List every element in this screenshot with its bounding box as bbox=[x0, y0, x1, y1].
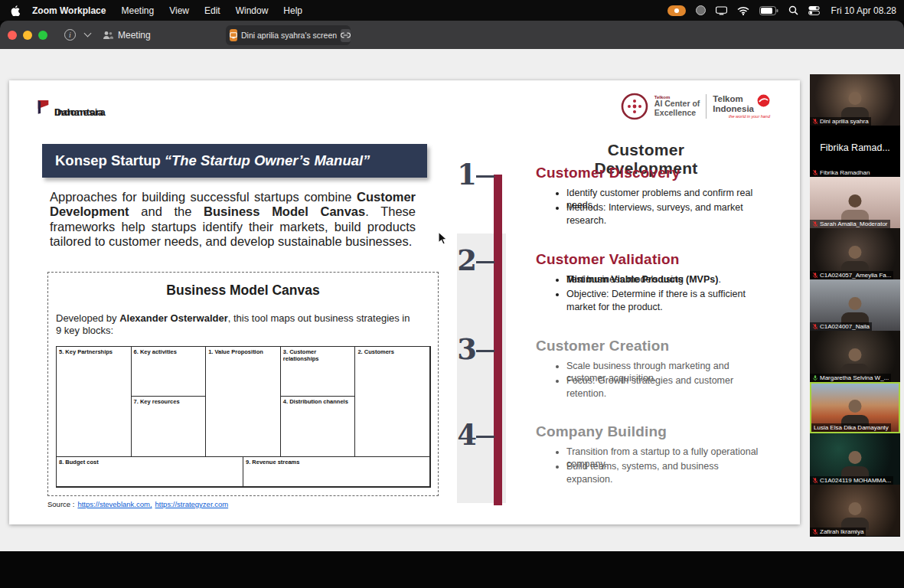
bmc-cell-distribution-channels: 4. Distribution channels bbox=[281, 397, 356, 457]
search-icon[interactable] bbox=[788, 5, 798, 15]
participant-video-fibrika[interactable]: Fibrika Ramad... Fibrika Ramadhan bbox=[810, 126, 900, 177]
chevron-down-icon[interactable] bbox=[84, 30, 92, 38]
danantara-logo: Danantara Indonesia bbox=[37, 99, 54, 115]
source-line: Source : https://steveblank.com, https:/… bbox=[47, 500, 228, 508]
timeline-bar bbox=[494, 175, 502, 505]
telkom-indonesia-logo: Telkom Indonesia the world in your hand bbox=[713, 94, 770, 118]
step-bullet: Focus: Growth strategies and customer re… bbox=[566, 374, 754, 387]
participant-video-mohamma[interactable]: C1A024119 MOHAMMA... bbox=[810, 433, 900, 485]
source-link-strategyzer[interactable]: https://strategyzer.com bbox=[155, 500, 229, 508]
control-center-icon[interactable] bbox=[808, 5, 820, 15]
apple-menu-icon[interactable] bbox=[11, 5, 20, 16]
app-menu-zoom-workplace[interactable]: Zoom Workplace bbox=[32, 5, 106, 16]
banner-title: Konsep Startup bbox=[55, 152, 161, 169]
participant-name: C1A024007_Naila bbox=[820, 322, 870, 331]
step-heading: Customer Creation bbox=[536, 338, 767, 354]
step-customer-creation: Customer Creation Scale business through… bbox=[536, 338, 767, 390]
battery-icon[interactable] bbox=[759, 6, 778, 15]
close-window-button[interactable] bbox=[8, 31, 17, 40]
partner-logos: Telkom AI Center of Excellence Telkom In… bbox=[621, 93, 770, 120]
menu-view[interactable]: View bbox=[169, 5, 189, 16]
macos-menubar: Zoom Workplace Meeting View Edit Window … bbox=[0, 0, 904, 21]
participant-silhouette bbox=[840, 502, 870, 530]
ai-coe-emblem-icon bbox=[621, 93, 648, 120]
telkom-name: Telkom bbox=[713, 94, 754, 103]
intro-paragraph: Approaches for building successful start… bbox=[50, 190, 416, 250]
participant-name: Dini aprilia syahra bbox=[820, 117, 869, 126]
step-number-3: 3 bbox=[452, 335, 482, 364]
zoom-titlebar: i Meeting Dini aprilia syahra's screen bbox=[0, 21, 904, 49]
muted-mic-icon bbox=[812, 323, 818, 330]
participant-silhouette bbox=[840, 297, 870, 325]
muted-mic-icon bbox=[812, 272, 818, 279]
mouse-cursor bbox=[438, 231, 448, 246]
participant-silhouette bbox=[840, 246, 870, 273]
fullscreen-window-button[interactable] bbox=[38, 31, 47, 40]
participant-video-dini[interactable]: Dini aprilia syahra bbox=[810, 74, 900, 126]
step-number-2: 2 bbox=[452, 247, 482, 275]
step-bullet: Methods: Interviews, surveys, and market… bbox=[566, 201, 754, 214]
participant-video-naila[interactable]: C1A024007_Naila bbox=[810, 279, 900, 331]
step-bullet: Test business models using Minimum Viabl… bbox=[566, 273, 754, 286]
bmc-cell-budget-cost: 8. Budget cost bbox=[57, 457, 243, 487]
menu-window[interactable]: Window bbox=[236, 5, 269, 16]
participant-name: Zafirah Ikramiya bbox=[820, 528, 863, 536]
bmc-cell-key-partnerships: 5. Key Partnerships bbox=[57, 347, 132, 457]
source-link-steveblank[interactable]: https://steveblank.com, bbox=[77, 500, 152, 508]
bottom-black-bar bbox=[0, 551, 904, 588]
mic-on-icon bbox=[812, 374, 818, 381]
danantara-logo-icon bbox=[37, 99, 50, 115]
banner-title-italic: “The Startup Owner’s Manual” bbox=[165, 152, 370, 169]
menu-edit[interactable]: Edit bbox=[204, 5, 220, 16]
menu-help[interactable]: Help bbox=[283, 5, 302, 16]
participant-name: Margaretha Selvina W_... bbox=[820, 374, 889, 382]
wifi-icon[interactable] bbox=[737, 6, 749, 15]
meeting-tab-label[interactable]: Meeting bbox=[118, 30, 151, 41]
participant-video-zafirah[interactable]: Zafirah Ikramiya bbox=[810, 485, 900, 536]
muted-mic-icon bbox=[812, 477, 818, 484]
step-customer-discovery: Customer Discovery Identify customer pro… bbox=[536, 165, 767, 217]
bmc-cell-revenue-streams: 9. Revenue streams bbox=[243, 457, 430, 487]
bmc-subtitle-text: Developed by bbox=[56, 312, 119, 324]
slide-title-banner: Konsep Startup “The Startup Owner’s Manu… bbox=[42, 144, 427, 178]
step-company-building: Company Building Transition from a start… bbox=[536, 423, 767, 475]
bmc-cell-customers: 2. Customers bbox=[355, 347, 430, 457]
logo-divider bbox=[706, 94, 707, 119]
participant-name: Lusia Elsa Dika Damayanty bbox=[814, 423, 889, 432]
intro-bold-bmc: Business Model Canvas bbox=[204, 204, 365, 218]
focus-status-icon[interactable] bbox=[696, 5, 706, 15]
step-bullet: Identify customer problems and confirm r… bbox=[566, 187, 754, 199]
display-icon[interactable] bbox=[716, 6, 727, 15]
bmc-cell-customer-relationships: 3. Customer relationships bbox=[281, 347, 356, 397]
meeting-people-icon bbox=[103, 31, 113, 40]
muted-mic-icon bbox=[812, 118, 818, 125]
source-label: Source : bbox=[47, 500, 74, 508]
bmc-cell-key-activities: 6. Key activities bbox=[132, 347, 207, 397]
copy-link-icon[interactable] bbox=[341, 29, 351, 42]
meeting-info-icon[interactable]: i bbox=[64, 29, 76, 41]
menu-meeting[interactable]: Meeting bbox=[121, 5, 154, 16]
step-customer-validation: Customer Validation Test business models… bbox=[536, 251, 767, 303]
minimize-window-button[interactable] bbox=[23, 31, 32, 40]
step-heading: Customer Discovery bbox=[536, 165, 767, 181]
shared-screen-tab[interactable]: Dini aprilia syahra's screen bbox=[226, 25, 351, 45]
step-number-4: 4 bbox=[452, 421, 482, 449]
muted-mic-icon bbox=[812, 220, 818, 227]
screen-share-icon bbox=[230, 29, 237, 41]
menubar-status-area: Fri 10 Apr 08.28 bbox=[667, 5, 896, 16]
step-number-1: 1 bbox=[452, 161, 482, 189]
recording-indicator[interactable] bbox=[667, 5, 686, 16]
menubar-clock[interactable]: Fri 10 Apr 08.28 bbox=[831, 5, 896, 16]
participant-video-margaretha[interactable]: Margaretha Selvina W_... bbox=[810, 331, 900, 382]
bmc-table: 5. Key Partnerships 6. Key activities 7.… bbox=[56, 346, 431, 488]
participant-video-ameylia[interactable]: C1A024057_Ameylia Fa... bbox=[810, 228, 900, 279]
telkom-logo-icon bbox=[757, 94, 770, 107]
bmc-subtitle: Developed by Alexander Osterwalder, this… bbox=[56, 312, 416, 338]
participants-panel: Dini aprilia syahra Fibrika Ramad... Fib… bbox=[810, 74, 900, 537]
participant-silhouette bbox=[840, 92, 870, 119]
participant-silhouette bbox=[840, 451, 870, 479]
participant-video-lusia-active-speaker[interactable]: Lusia Elsa Dika Damayanty bbox=[810, 382, 900, 433]
shared-screen-tab-label: Dini aprilia syahra's screen bbox=[241, 31, 337, 40]
step-bullet: Objective: Determine if there is a suffi… bbox=[566, 288, 754, 300]
participant-video-sarah[interactable]: Sarah Amalia_Moderator bbox=[810, 177, 900, 228]
